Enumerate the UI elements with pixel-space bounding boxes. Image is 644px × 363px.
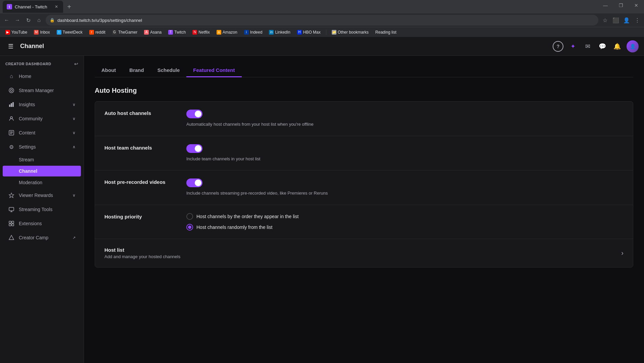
browser-tab-active[interactable]: t Channel - Twitch ✕ [3, 1, 63, 13]
radio-option-ordered[interactable]: Host channels by the order they appear i… [186, 213, 624, 220]
sidebar-item-streaming-tools[interactable]: Streaming Tools [3, 203, 81, 216]
tab-featured-content[interactable]: Featured Content [186, 64, 241, 77]
radio-dot-random [188, 226, 191, 229]
sidebar-item-viewer-rewards[interactable]: Viewer Rewards ∨ [3, 189, 81, 202]
linkedin-favicon: in [269, 30, 274, 35]
help-button[interactable]: ? [553, 41, 563, 52]
sidebar-item-community[interactable]: Community ∨ [3, 112, 81, 125]
hbomax-favicon: H [297, 30, 302, 35]
auto-host-label: Auto host channels [104, 110, 151, 116]
home-button[interactable]: ⌂ [35, 16, 43, 24]
sidebar-sub-item-moderation[interactable]: Moderation [3, 177, 81, 188]
svg-rect-14 [9, 221, 11, 223]
sidebar-item-content[interactable]: Content ∨ [3, 126, 81, 139]
tab-schedule[interactable]: Schedule [151, 64, 187, 77]
bookmark-other[interactable]: 📁 Other bookmarks [329, 29, 371, 35]
host-list-title: Host list [104, 247, 180, 253]
auto-hosting-heading: Auto Hosting [95, 87, 633, 94]
bookmark-youtube[interactable]: ▶ YouTube [3, 29, 30, 35]
bookmark-asana[interactable]: A Asana [141, 29, 164, 35]
svg-rect-11 [9, 207, 14, 211]
settings-row-host-prerecorded: Host pre-recorded videos Include channel… [95, 170, 633, 205]
auto-host-toggle[interactable] [186, 110, 202, 118]
mail-button[interactable]: ✉ [582, 41, 593, 52]
new-tab-button[interactable]: + [64, 2, 74, 11]
back-button[interactable]: ← [3, 16, 11, 24]
secure-icon: 🔒 [50, 18, 55, 23]
tab-title: Channel - Twitch [15, 4, 47, 9]
bookmark-divider [326, 30, 326, 35]
sidebar-item-label-creator-camp: Creator Camp [19, 235, 68, 240]
svg-marker-10 [9, 193, 14, 198]
bookmark-inbox[interactable]: M Inbox [31, 29, 52, 35]
bookmark-readinglist[interactable]: Reading list [373, 29, 399, 35]
bookmark-tweetdeck[interactable]: t TweetDeck [54, 29, 85, 35]
host-prerecorded-toggle-thumb [195, 179, 201, 186]
tab-about[interactable]: About [95, 64, 123, 77]
host-team-toggle-track [186, 144, 202, 153]
auto-host-toggle-thumb [195, 111, 201, 117]
sidebar-item-label-streaming-tools: Streaming Tools [19, 207, 76, 212]
bookmark-amazon[interactable]: a Amazon [214, 29, 240, 35]
sidebar-item-insights[interactable]: Insights ∨ [3, 98, 81, 111]
maximize-button[interactable]: ❐ [613, 0, 629, 11]
sidebar-collapse-button[interactable]: ↩ [74, 61, 78, 67]
bookmark-indeed[interactable]: i Indeed [241, 29, 265, 35]
settings-card: Auto host channels Automatically host ch… [95, 101, 633, 268]
user-avatar[interactable]: 👤 [627, 40, 639, 52]
minimize-button[interactable]: — [598, 0, 613, 11]
host-prerecorded-description: Include channels streaming pre-recorded … [186, 190, 624, 197]
host-prerecorded-toggle[interactable] [186, 178, 202, 187]
home-icon: ⌂ [8, 73, 15, 80]
address-bar[interactable]: 🔒 dashboard.twitch.tv/u/3pps/settings/ch… [46, 15, 598, 26]
magic-button[interactable]: ✦ [567, 41, 578, 52]
viewer-rewards-expand-icon: ∨ [73, 193, 76, 198]
profile-button[interactable]: 👤 [623, 16, 631, 24]
sidebar-item-label-insights: Insights [19, 102, 68, 107]
settings-row-host-list[interactable]: Host list Add and manage your hosted cha… [95, 239, 633, 267]
bookmark-button[interactable]: ☆ [601, 16, 609, 24]
menu-button[interactable]: ☰ [5, 41, 16, 52]
content-icon [8, 129, 15, 136]
page-content: About Brand Schedule Featured Content Au… [84, 56, 644, 363]
chat-button[interactable]: 💬 [597, 41, 608, 52]
forward-button[interactable]: → [13, 16, 21, 24]
settings-row-auto-host: Auto host channels Automatically host ch… [95, 102, 633, 136]
bookmark-netflix[interactable]: N Netflix [190, 29, 212, 35]
sidebar: CREATOR DASHBOARD ↩ ⌂ Home Stream Manage… [0, 56, 84, 363]
sidebar-item-settings[interactable]: ⚙ Settings ∧ [3, 140, 81, 154]
sidebar-section-label: CREATOR DASHBOARD [5, 62, 51, 66]
tab-brand[interactable]: Brand [123, 64, 150, 77]
bookmark-hbomax[interactable]: H HBO Max [294, 29, 323, 35]
other-bookmarks-favicon: 📁 [332, 30, 336, 35]
sidebar-item-label-content: Content [19, 130, 68, 135]
bookmark-twitch[interactable]: T Twitch [166, 29, 188, 35]
bookmark-thegamer[interactable]: G TheGamer [109, 29, 140, 35]
tab-close-button[interactable]: ✕ [54, 4, 59, 9]
host-team-toggle[interactable] [186, 144, 202, 153]
notification-button[interactable]: 🔔 [612, 41, 623, 52]
bookmark-reddit[interactable]: r reddit [87, 29, 108, 35]
sidebar-item-creator-camp[interactable]: Creator Camp ↗ [3, 231, 81, 244]
svg-rect-17 [12, 224, 14, 226]
host-list-chevron-icon: › [621, 249, 624, 257]
sidebar-sub-item-stream[interactable]: Stream [3, 154, 81, 165]
host-list-description: Add and manage your hosted channels [104, 254, 180, 259]
sidebar-item-home[interactable]: ⌂ Home [3, 70, 81, 83]
host-prerecorded-toggle-track [186, 178, 202, 187]
refresh-button[interactable]: ↻ [24, 16, 32, 24]
bookmark-linkedin[interactable]: in LinkedIn [266, 29, 293, 35]
hosting-priority-radio-group: Host channels by the order they appear i… [186, 213, 624, 231]
radio-option-random[interactable]: Host channels randomly from the list [186, 224, 624, 231]
sidebar-item-extensions[interactable]: Extensions [3, 217, 81, 230]
sidebar-item-stream-manager[interactable]: Stream Manager [3, 84, 81, 97]
sidebar-sub-item-channel[interactable]: Channel [3, 166, 81, 176]
extension-button[interactable]: ⬛ [612, 16, 620, 24]
sidebar-item-label-extensions: Extensions [19, 221, 76, 226]
auto-host-toggle-track [186, 110, 202, 118]
sidebar-item-label-viewer-rewards: Viewer Rewards [19, 193, 68, 198]
settings-dots-button[interactable]: ⋮ [633, 16, 641, 24]
close-button[interactable]: ✕ [629, 0, 644, 11]
url-text: dashboard.twitch.tv/u/3pps/settings/chan… [57, 18, 142, 23]
creator-camp-icon [8, 234, 15, 241]
